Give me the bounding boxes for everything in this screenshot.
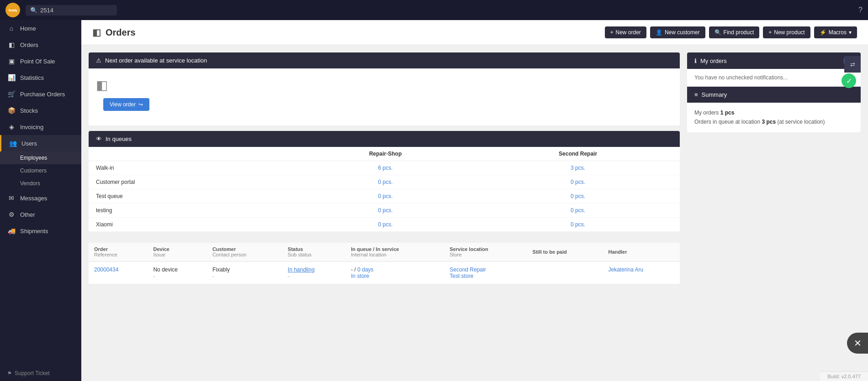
queue-row: Walk-in 6 pcs. 3 pcs.	[89, 161, 680, 175]
order-customer: Fixably-	[207, 261, 282, 284]
other-icon: ⚙	[7, 211, 16, 218]
queue-col2-value[interactable]: 0 pcs.	[476, 204, 680, 218]
col-customer: CustomerContact person	[207, 243, 282, 261]
order-ref: 20000434	[89, 261, 148, 284]
queues-col-repair-shop: Repair-Shop	[295, 147, 476, 161]
queue-col2-value[interactable]: 0 pcs.	[476, 175, 680, 189]
orders-table-header-row: OrderReference DeviceIssue CustomerConta…	[89, 243, 680, 261]
order-still-to-pay	[527, 261, 603, 284]
queue-col2-value[interactable]: 3 pcs.	[476, 161, 680, 175]
sidebar-item-invoicing[interactable]: ◈ Invoicing	[0, 119, 81, 135]
version-bar: Build: v2.0.477	[820, 371, 868, 381]
col-device: DeviceIssue	[148, 243, 206, 261]
col-service-location: Service locationStore	[444, 243, 527, 261]
stocks-icon: 📦	[7, 107, 16, 114]
next-order-header: ⚠ Next order available at service locati…	[89, 52, 680, 68]
in-store-link[interactable]: In store	[351, 273, 369, 279]
col-still-to-pay: Still to be paid	[527, 243, 603, 261]
find-product-button[interactable]: 🔍 Find product	[709, 26, 760, 38]
queue-col1-value[interactable]: 0 pcs.	[295, 204, 476, 218]
search-bar[interactable]: 🔍	[26, 5, 117, 16]
queue-col2-value[interactable]: 0 pcs.	[476, 218, 680, 232]
sidebar-item-point-of-sale[interactable]: ▣ Point Of Sale	[0, 53, 81, 69]
summary-queue-orders: Orders in queue at location 3 pcs (at se…	[694, 117, 853, 126]
help-icon[interactable]: ?	[858, 6, 863, 14]
sidebar-item-purchase-orders[interactable]: 🛒 Purchase Orders	[0, 86, 81, 102]
sidebar-item-other[interactable]: ⚙ Other	[0, 206, 81, 223]
queue-row: Customer portal 0 pcs. 0 pcs.	[89, 175, 680, 189]
queue-name: Walk-in	[89, 161, 295, 175]
order-device: No device-	[148, 261, 206, 284]
in-queues-header: 👁 In queues	[89, 131, 680, 147]
sidebar-item-messages[interactable]: ✉ Messages	[0, 190, 81, 206]
service-location-link[interactable]: Second Repair	[450, 266, 486, 273]
support-icon: ⚑	[7, 371, 12, 376]
sidebar-item-shipments[interactable]: 🚚 Shipments	[0, 223, 81, 239]
service-location-sub-link[interactable]: Test store	[450, 273, 473, 279]
queue-col1-value[interactable]: 0 pcs.	[295, 175, 476, 189]
arrow-icon: ↪	[138, 101, 143, 108]
handler-link[interactable]: Jekaterina Aru	[608, 266, 643, 273]
col-status: StatusSub status	[282, 243, 345, 261]
my-orders-icon: ℹ	[694, 57, 697, 64]
sidebar: ⌂ Home ◧ Orders ▣ Point Of Sale 📊 Statis…	[0, 20, 81, 381]
purchase-orders-icon: 🛒	[7, 90, 16, 98]
status-link[interactable]: In handling	[288, 266, 315, 273]
sidebar-item-stocks[interactable]: 📦 Stocks	[0, 102, 81, 119]
order-ref-link[interactable]: 20000434	[94, 266, 118, 273]
support-ticket-link[interactable]: ⚑ Support Ticket	[0, 365, 81, 381]
col-handler: Handler	[603, 243, 680, 261]
search-input[interactable]	[40, 7, 77, 14]
order-row: 20000434 No device- Fixably- In handling…	[89, 261, 680, 284]
switch-view-button[interactable]: ⇄	[844, 56, 861, 73]
macros-button[interactable]: ⚡ Macros ▾	[814, 26, 857, 38]
queue-name: Test queue	[89, 189, 295, 204]
float-actions: ⇄	[844, 52, 861, 73]
order-status: In handling -	[282, 261, 345, 284]
queues-icon: 👁	[96, 136, 102, 142]
users-icon: 👥	[9, 140, 17, 147]
queue-col1-value[interactable]: 0 pcs.	[295, 189, 476, 204]
queue-name: Xiaomi	[89, 218, 295, 232]
summary-body: My orders 1 pcs Orders in queue at locat…	[687, 103, 861, 132]
summary-my-orders: My orders 1 pcs	[694, 108, 853, 117]
close-icon: ✕	[854, 338, 862, 349]
topbar: fixably 🔍 ?	[0, 0, 868, 20]
queue-name: Customer portal	[89, 175, 295, 189]
logo[interactable]: fixably	[5, 3, 20, 17]
sidebar-item-users[interactable]: 👥 Users	[0, 135, 81, 151]
queue-col1-value[interactable]: 6 pcs.	[295, 161, 476, 175]
notification-text: You have no unchecked notifications...	[687, 69, 861, 87]
close-float-button[interactable]: ✕	[847, 333, 868, 354]
new-customer-button[interactable]: 👤 New customer	[650, 26, 705, 38]
sidebar-sub-item-employees[interactable]: Employees	[0, 151, 81, 164]
find-product-icon: 🔍	[715, 29, 721, 36]
check-icon: ✓	[842, 73, 856, 88]
page-title: ◧ Orders	[92, 27, 136, 38]
content-left: ⚠ Next order available at service locati…	[89, 52, 680, 284]
new-product-icon: +	[768, 29, 772, 36]
queue-col1-value[interactable]: 0 pcs.	[295, 218, 476, 232]
header-actions: + New order 👤 New customer 🔍 Find produc…	[605, 26, 857, 38]
days-link[interactable]: 0 days	[357, 266, 373, 273]
new-product-button[interactable]: + New product	[763, 26, 810, 38]
sidebar-item-statistics[interactable]: 📊 Statistics	[0, 69, 81, 86]
sidebar-item-orders[interactable]: ◧ Orders	[0, 37, 81, 53]
macros-icon: ⚡	[820, 29, 826, 36]
orders-table: OrderReference DeviceIssue CustomerConta…	[89, 243, 680, 284]
order-service-location: Second Repair Test store	[444, 261, 527, 284]
queue-col2-value[interactable]: 0 pcs.	[476, 189, 680, 204]
content-grid: ⚠ Next order available at service locati…	[81, 45, 868, 292]
next-order-card: ⚠ Next order available at service locati…	[89, 52, 680, 125]
new-order-button[interactable]: + New order	[605, 26, 646, 38]
col-queue: In queue / In serviceInternal location	[345, 243, 444, 261]
shipments-icon: 🚚	[7, 227, 16, 235]
orders-icon: ◧	[7, 41, 16, 48]
order-queue: - / 0 days In store	[345, 261, 444, 284]
sidebar-sub-item-vendors[interactable]: Vendors	[0, 177, 81, 190]
my-orders-header: ℹ My orders 2	[687, 52, 861, 69]
messages-icon: ✉	[7, 194, 16, 202]
sidebar-sub-item-customers[interactable]: Customers	[0, 164, 81, 177]
view-order-button[interactable]: View order ↪	[103, 98, 149, 111]
sidebar-item-home[interactable]: ⌂ Home	[0, 20, 81, 37]
